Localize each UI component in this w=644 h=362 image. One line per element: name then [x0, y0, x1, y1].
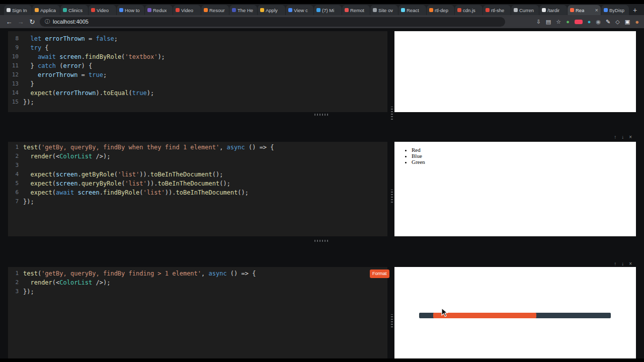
move-up-button[interactable]: ↑ [614, 261, 616, 267]
editor-preview-resize-handle[interactable] [391, 190, 393, 203]
browser-tab[interactable]: Apply [258, 5, 285, 15]
move-down-button[interactable]: ↓ [621, 134, 624, 140]
back-icon[interactable]: ← [5, 19, 13, 25]
code-line: 10 await screen.findByRole('textbox'); [8, 52, 387, 61]
tab-favicon [176, 8, 180, 12]
code-line-text: } catch (error) { [23, 61, 92, 70]
tab-favicon [316, 8, 320, 12]
code-line: 1test('getBy, queryBy, findBy finding > … [8, 269, 387, 278]
browser-tab[interactable]: React [398, 5, 426, 15]
tab-favicon [63, 8, 67, 12]
tab-label: View c [294, 8, 308, 13]
browser-tab[interactable]: Clinics [60, 5, 88, 15]
extension-gray-icon[interactable]: ◉ [596, 19, 601, 25]
browser-tab[interactable]: Video [173, 5, 201, 15]
browser-tab[interactable]: /tardir [539, 5, 567, 15]
cell-controls: ↑ ↓ × [614, 134, 632, 140]
tab-label: Redux [153, 8, 167, 13]
code-editor-1[interactable]: 78 let errorThrown = false;9 try {10 awa… [8, 31, 387, 112]
cell-resize-handle[interactable] [314, 240, 330, 242]
line-number: 1 [8, 143, 23, 152]
pencil-icon[interactable]: ✎ [606, 19, 610, 25]
line-number: 15 [8, 98, 23, 107]
profile-avatar[interactable]: ● [635, 19, 639, 25]
new-tab-button[interactable]: + [629, 5, 640, 15]
forward-icon[interactable]: → [17, 19, 25, 25]
address-bar[interactable]: ⓘ localhost:4005 [40, 17, 505, 27]
browser-tab[interactable]: Curren [511, 5, 539, 15]
line-number: 10 [8, 52, 23, 61]
tab-label: Resour [209, 8, 225, 13]
tab-favicon [429, 8, 433, 12]
code-editor-2[interactable]: 1test('getBy, queryBy, findBy when they … [8, 142, 387, 236]
tab-favicon [345, 8, 349, 12]
line-number: 5 [8, 179, 23, 188]
cell-resize-handle[interactable] [314, 114, 330, 116]
browser-tab[interactable]: Site ov [370, 5, 398, 15]
extension-pink-icon[interactable] [575, 20, 583, 24]
code-line: 15}); [8, 98, 387, 107]
reading-list-icon[interactable]: ▤ [546, 19, 551, 25]
browser-tab[interactable]: rtl-she [483, 5, 511, 15]
code-line-text: expect(screen.getByRole('list')).toBeInT… [23, 170, 223, 179]
delete-cell-button[interactable]: × [629, 261, 632, 267]
browser-tab[interactable]: Video [89, 5, 116, 15]
format-button[interactable]: Format [370, 269, 389, 278]
code-line-text: }); [23, 197, 34, 206]
line-number: 2 [8, 278, 23, 287]
info-icon[interactable]: ⓘ [45, 19, 50, 24]
browser-tab[interactable]: View c [286, 5, 313, 15]
browser-tab[interactable]: Sign In [4, 5, 32, 15]
tab-label: rtl-dep [435, 8, 448, 13]
move-down-button[interactable]: ↓ [621, 261, 624, 267]
line-number: 6 [8, 188, 23, 197]
line-number: 4 [8, 170, 23, 179]
tab-favicon [204, 8, 208, 12]
preview-pane-2: RedBlueGreen [394, 142, 636, 236]
code-line: 5 expect(screen.queryByRole('list')).toB… [8, 179, 387, 188]
downloads-icon[interactable]: ⇩ [536, 19, 541, 25]
browser-tab[interactable]: Redux [145, 5, 173, 15]
browser-tab[interactable]: ByDisp [601, 5, 629, 15]
browser-tab[interactable]: The He [229, 5, 257, 15]
editor-preview-resize-handle[interactable] [391, 314, 393, 327]
notebook-content: 78 let errorThrown = false;9 try {10 awa… [0, 28, 644, 358]
browser-tab[interactable]: Rea× [568, 5, 601, 15]
browser-tab[interactable]: cdn.js [455, 5, 482, 15]
editor-preview-resize-handle[interactable] [391, 107, 393, 120]
browser-tab[interactable]: (7) Mi [314, 5, 342, 15]
code-line: 6 expect(await screen.findByRole('list')… [8, 188, 387, 197]
tab-label: The He [237, 8, 253, 13]
overlay-icon[interactable]: ▣ [625, 19, 630, 25]
line-number: 12 [8, 70, 23, 79]
reload-icon[interactable]: ↻ [28, 19, 36, 25]
tab-favicon [147, 8, 151, 12]
browser-tab[interactable]: rtl-dep [427, 5, 454, 15]
browser-tab[interactable]: Applica [32, 5, 60, 15]
line-number: 3 [8, 287, 23, 296]
url-text: localhost:4005 [53, 19, 89, 25]
browser-tab[interactable]: How to [117, 5, 144, 15]
tab-label: Sign In [12, 8, 27, 13]
tab-favicon [542, 8, 546, 12]
delete-cell-button[interactable]: × [629, 134, 632, 140]
tab-favicon [570, 8, 574, 12]
tab-favicon [119, 8, 123, 12]
browser-tab[interactable]: Remot [342, 5, 370, 15]
code-editor-3[interactable]: 1test('getBy, queryBy, findBy finding > … [8, 267, 387, 358]
extension-green-icon[interactable]: ● [566, 19, 570, 25]
tab-label: How to [125, 8, 140, 13]
tab-favicon [604, 8, 608, 12]
extension-teal-icon[interactable]: ● [588, 19, 591, 25]
code-line-text: try { [23, 43, 49, 52]
code-cell-2: ↑ ↓ × 1test('getBy, queryBy, findBy when… [0, 133, 644, 236]
tab-close-icon[interactable]: × [595, 8, 598, 13]
tab-label: Applica [40, 8, 56, 13]
browser-tab[interactable]: Resour [201, 5, 229, 15]
code-line-text: render(<ColorList />); [23, 278, 110, 287]
code-line: 3 [8, 161, 387, 170]
beaker-icon[interactable]: ◇ [615, 19, 619, 25]
move-up-button[interactable]: ↑ [614, 134, 616, 140]
tab-favicon [514, 8, 518, 12]
bookmark-star-icon[interactable]: ☆ [556, 19, 561, 25]
